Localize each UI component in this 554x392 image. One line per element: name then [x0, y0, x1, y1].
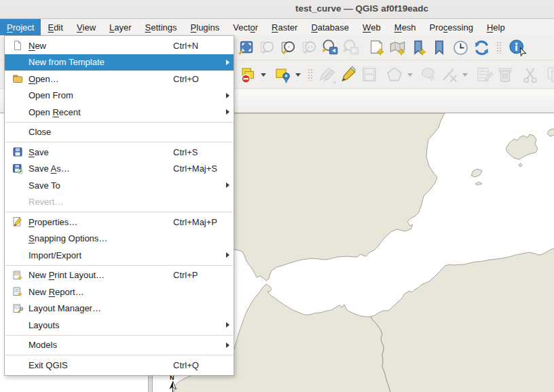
- menu-item-new-report[interactable]: New Report…: [5, 283, 234, 300]
- zoom-native-button[interactable]: 1:1: [299, 37, 318, 58]
- menu-item-new[interactable]: NewCtrl+N: [5, 37, 234, 54]
- menubar-item-plugins[interactable]: Plugins: [184, 19, 227, 35]
- add-annotation-button[interactable]: [419, 64, 438, 85]
- blank-icon: [11, 57, 24, 68]
- menu-item-snapping-options[interactable]: Snapping Options…: [5, 231, 234, 248]
- select-features-by-value-button[interactable]: [273, 64, 292, 85]
- menu-item-exit-qgis[interactable]: Exit QGISCtrl+Q: [5, 357, 234, 374]
- project-menu: NewCtrl+NNew from TemplateOpen…Ctrl+OOpe…: [4, 35, 234, 376]
- menubar-item-web[interactable]: Web: [356, 19, 388, 35]
- svg-text:1:1: 1:1: [308, 45, 314, 49]
- copy-features-button[interactable]: [544, 64, 554, 85]
- refresh-button[interactable]: [472, 37, 491, 58]
- select-by-value-dropdown-caret-icon[interactable]: [295, 73, 301, 77]
- menu-separator: [5, 355, 233, 355]
- blank-icon: [11, 233, 24, 244]
- map-island-cabrera: [519, 163, 522, 167]
- submenu-arrow-icon: [226, 342, 229, 348]
- new-spatial-bookmark-button[interactable]: [409, 37, 428, 58]
- zoom-next-button[interactable]: [341, 37, 361, 58]
- save-layer-edits-button[interactable]: [360, 64, 379, 85]
- zoom-to-selection-icon: [258, 39, 276, 56]
- temporal-controller-button[interactable]: [451, 37, 470, 58]
- temporal-controller-icon: [451, 39, 470, 57]
- menu-item-save[interactable]: SaveCtrl+S: [5, 144, 234, 161]
- add-polygon-feature-button[interactable]: [385, 64, 404, 85]
- vertex-tool-icon: [440, 65, 459, 84]
- add-feature-dropdown-caret-icon[interactable]: [407, 73, 413, 77]
- current-edits-button[interactable]: [318, 64, 337, 85]
- refresh-icon: [473, 39, 491, 57]
- cut-features-icon: [521, 65, 540, 84]
- menu-item-save-as[interactable]: Save As…Ctrl+Maj+S: [5, 161, 234, 178]
- menu-item-open-from[interactable]: Open From: [5, 87, 234, 104]
- modify-attributes-icon: [475, 65, 494, 84]
- new-report-icon: [11, 286, 24, 297]
- zoom-next-icon: [342, 39, 360, 56]
- new-3d-map-view-button[interactable]: [388, 37, 407, 58]
- show-spatial-bookmarks-button[interactable]: [430, 37, 449, 58]
- menu-item-label: Save To: [29, 180, 60, 191]
- qgis-window: test_curve — QGIS af0f19eadc ProjectEdit…: [0, 0, 554, 392]
- toolbar-separator: [308, 68, 312, 81]
- menu-item-label: Open From: [29, 90, 73, 100]
- new-map-view-button[interactable]: [367, 37, 386, 58]
- cut-features-button[interactable]: [521, 64, 540, 85]
- vertex-tool-button[interactable]: [440, 64, 459, 85]
- toggle-editing-button[interactable]: [339, 64, 358, 85]
- blank-icon: [11, 340, 24, 351]
- new-file-icon: [11, 40, 24, 51]
- zoom-to-layer-button[interactable]: [278, 37, 297, 58]
- menu-item-label: Models: [29, 340, 57, 350]
- menu-item-open[interactable]: Open…Ctrl+O: [5, 71, 234, 87]
- menu-item-open-recent[interactable]: Open Recent: [5, 104, 234, 121]
- menu-item-models[interactable]: Models: [5, 337, 234, 354]
- submenu-arrow-icon: [226, 252, 229, 258]
- menubar-item-settings[interactable]: Settings: [138, 19, 184, 35]
- zoom-to-selection-button[interactable]: [257, 37, 276, 58]
- menubar-item-edit[interactable]: Edit: [41, 19, 69, 35]
- deselect-features-icon: [239, 66, 257, 84]
- title-bar: test_curve — QGIS af0f19eadc: [0, 0, 554, 19]
- menu-item-properties[interactable]: Properties…Ctrl+Maj+P: [5, 214, 234, 231]
- blank-icon: [11, 250, 24, 260]
- window-title: test_curve — QGIS af0f19eadc: [0, 3, 554, 14]
- menu-item-new-print-layout[interactable]: New Print Layout…Ctrl+P: [5, 267, 234, 284]
- menubar-item-raster[interactable]: Raster: [265, 19, 304, 35]
- menubar-item-view[interactable]: View: [70, 19, 103, 35]
- menu-item-label: Layouts: [29, 320, 60, 330]
- menubar-item-vector[interactable]: Vector: [226, 19, 265, 35]
- menu-item-label: Open…: [29, 74, 59, 84]
- deselect-dropdown-caret-icon[interactable]: [261, 73, 266, 77]
- menubar-item-processing[interactable]: Processing: [423, 19, 480, 35]
- menu-item-layout-manager[interactable]: Layout Manager…: [5, 300, 234, 317]
- menubar-item-layer[interactable]: Layer: [103, 19, 138, 35]
- menu-item-import-export[interactable]: Import/Export: [5, 247, 234, 264]
- menubar-item-mesh[interactable]: Mesh: [388, 19, 423, 35]
- menu-item-label: Snapping Options…: [29, 233, 107, 243]
- blank-icon: [11, 106, 24, 117]
- identify-features-button[interactable]: [506, 37, 530, 58]
- save-as-icon: [11, 163, 24, 174]
- menu-item-label: New from Template: [29, 57, 105, 67]
- deselect-features-button[interactable]: [238, 64, 257, 85]
- menu-item-new-from-template[interactable]: New from Template: [5, 54, 234, 71]
- zoom-full-button[interactable]: [236, 37, 255, 58]
- menu-item-layouts[interactable]: Layouts: [5, 317, 234, 334]
- save-layer-edits-icon: [360, 65, 379, 84]
- menu-item-close[interactable]: Close: [5, 124, 234, 141]
- submenu-arrow-icon: [226, 93, 229, 98]
- menu-item-save-to[interactable]: Save To: [5, 177, 234, 194]
- zoom-last-button[interactable]: [320, 37, 339, 58]
- delete-selected-button[interactable]: [496, 64, 515, 85]
- menu-item-shortcut: Ctrl+Maj+S: [173, 163, 217, 174]
- map-island-menorca: [547, 129, 554, 136]
- modify-attributes-button[interactable]: [475, 64, 494, 85]
- menubar-item-help[interactable]: Help: [480, 19, 512, 35]
- vertex-tool-dropdown-caret-icon[interactable]: [462, 73, 468, 77]
- menubar-item-project[interactable]: Project: [0, 19, 41, 35]
- menubar-item-database[interactable]: Database: [304, 19, 356, 35]
- menu-item-label: Layout Manager…: [29, 303, 101, 313]
- new-spatial-bookmark-icon: [409, 39, 428, 57]
- properties-icon: [11, 216, 24, 227]
